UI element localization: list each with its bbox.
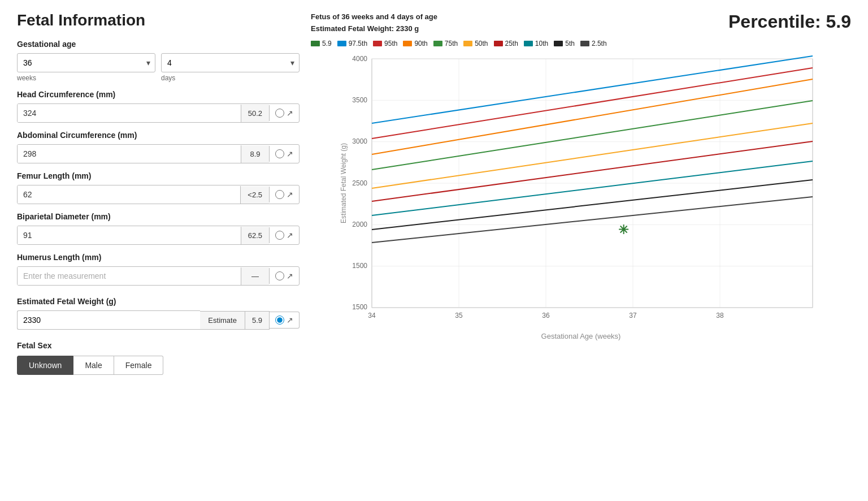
svg-text:1500: 1500 [352, 262, 367, 270]
efw-icons: ↗ [270, 312, 300, 329]
chart-info-line2: Estimated Fetal Weight: 2330 g [311, 23, 437, 35]
svg-text:34: 34 [368, 312, 376, 319]
legend-item-975th: 97.5th [337, 40, 367, 47]
trend-hc[interactable]: ↗ [287, 109, 293, 118]
svg-text:1500: 1500 [352, 303, 367, 311]
legend-color-50th [463, 41, 472, 46]
svg-text:37: 37 [629, 312, 637, 319]
weeks-select[interactable]: 343536 373839 404142 [18, 54, 155, 72]
legend-color-95th [373, 41, 382, 46]
right-panel: Fetus of 36 weeks and 4 days of age Esti… [311, 11, 851, 375]
efw-percentile: 5.9 [245, 311, 270, 330]
chart-info-line1: Fetus of 36 weeks and 4 days of age [311, 11, 437, 23]
chart-top-row: Fetus of 36 weeks and 4 days of age Esti… [311, 11, 851, 35]
efw-row: 2330 Estimate 5.9 ↗ [17, 310, 300, 330]
svg-text:35: 35 [455, 312, 463, 319]
radio-ac[interactable] [275, 149, 284, 158]
days-select-wrap[interactable]: 012 34 56 [161, 53, 300, 72]
radio-hl[interactable] [275, 271, 284, 280]
legend-item-5th: 5th [554, 40, 575, 47]
label-fl: Femur Length (mm) [17, 171, 300, 180]
percentile-fl: <2.5 [240, 186, 269, 204]
chart-info: Fetus of 36 weeks and 4 days of age Esti… [311, 11, 437, 35]
legend-color-5th [554, 41, 563, 46]
legend-item-90th: 90th [403, 40, 427, 47]
input-hc[interactable] [18, 104, 241, 122]
input-fl[interactable] [18, 185, 240, 204]
legend-label-10th: 10th [535, 40, 548, 47]
chart-legend: 5.997.5th95th90th75th50th25th10th5th2.5t… [311, 40, 851, 47]
trend-bpd[interactable]: ↗ [287, 231, 293, 240]
input-row-ac: 8.9 ↗ [17, 144, 300, 163]
legend-color-5.9 [311, 41, 320, 46]
left-panel: Fetal Information Gestational age 343536… [17, 11, 300, 375]
gestational-age-row: 343536 373839 404142 weeks 012 34 56 day… [17, 53, 300, 82]
label-hc: Head Circumference (mm) [17, 90, 300, 99]
weeks-select-wrap[interactable]: 343536 373839 404142 [17, 53, 155, 72]
label-bpd: Biparietal Diameter (mm) [17, 212, 300, 221]
legend-label-2.5th: 2.5th [592, 40, 607, 47]
legend-label-75th: 75th [445, 40, 458, 47]
measurement-hc: Head Circumference (mm) 50.2 ↗ [17, 90, 300, 123]
measurement-hl: Humerus Length (mm) — ↗ [17, 253, 300, 286]
legend-label-5.9: 5.9 [322, 40, 332, 47]
sex-buttons: Unknown Male Female [17, 356, 300, 375]
legend-item-75th: 75th [433, 40, 458, 47]
percentile-bpd: 62.5 [241, 227, 269, 244]
legend-item-50th: 50th [463, 40, 488, 47]
sex-btn-male[interactable]: Male [73, 356, 114, 375]
radio-hc[interactable] [275, 109, 284, 118]
input-bpd[interactable] [18, 226, 241, 244]
trend-hl[interactable]: ↗ [287, 271, 293, 280]
legend-label-90th: 90th [414, 40, 427, 47]
efw-radio[interactable] [275, 316, 284, 325]
trend-ac[interactable]: ↗ [287, 149, 293, 158]
legend-label-50th: 50th [475, 40, 488, 47]
fetal-weight-chart: 4000 3500 3000 2500 2000 1500 1500 34 35… [311, 53, 851, 336]
svg-text:3500: 3500 [352, 96, 367, 104]
svg-text:4000: 4000 [352, 55, 367, 63]
days-select[interactable]: 012 34 56 [162, 54, 299, 72]
chart-area: 4000 3500 3000 2500 2000 1500 1500 34 35… [311, 53, 851, 340]
fetal-sex-label: Fetal Sex [17, 341, 300, 350]
label-ac: Abdominal Circumference (mm) [17, 131, 300, 140]
legend-color-10th [524, 41, 533, 46]
legend-color-75th [433, 41, 442, 46]
estimate-button[interactable]: Estimate [200, 311, 245, 330]
trend-fl[interactable]: ↗ [287, 190, 293, 199]
legend-color-2.5th [580, 41, 589, 46]
efw-input[interactable]: 2330 [17, 310, 200, 330]
measurement-bpd: Biparietal Diameter (mm) 62.5 ↗ [17, 212, 300, 245]
svg-text:Estimated Fetal Weight (g): Estimated Fetal Weight (g) [340, 143, 348, 223]
svg-text:2000: 2000 [352, 221, 367, 228]
efw-trend-icon[interactable]: ↗ [287, 316, 293, 325]
percentile-ac: 8.9 [241, 145, 269, 163]
svg-text:✳: ✳ [618, 223, 629, 237]
gestational-age-label: Gestational age [17, 40, 300, 49]
legend-label-25th: 25th [505, 40, 518, 47]
legend-item-10th: 10th [524, 40, 548, 47]
legend-item-59: 5.9 [311, 40, 332, 47]
icons-bpd: ↗ [269, 227, 299, 243]
icons-ac: ↗ [269, 146, 299, 162]
label-hl: Humerus Length (mm) [17, 253, 300, 262]
legend-color-90th [403, 41, 412, 46]
icons-hl: ↗ [269, 268, 299, 284]
radio-fl[interactable] [275, 190, 284, 199]
svg-text:3000: 3000 [352, 137, 367, 145]
percentile-hl: — [241, 267, 269, 285]
weeks-sublabel: weeks [17, 74, 155, 82]
sex-btn-female[interactable]: Female [114, 356, 164, 375]
icons-fl: ↗ [269, 187, 299, 202]
radio-bpd[interactable] [275, 231, 284, 240]
input-ac[interactable] [18, 145, 241, 163]
sex-btn-unknown[interactable]: Unknown [17, 356, 73, 375]
measurements-container: Head Circumference (mm) 50.2 ↗ Abdominal… [17, 90, 300, 286]
legend-label-5th: 5th [565, 40, 575, 47]
svg-text:2500: 2500 [352, 179, 367, 187]
input-row-hc: 50.2 ↗ [17, 103, 300, 123]
legend-item-95th: 95th [373, 40, 397, 47]
page-title: Fetal Information [17, 11, 300, 29]
input-hl[interactable] [18, 267, 241, 285]
legend-color-97.5th [337, 41, 346, 46]
